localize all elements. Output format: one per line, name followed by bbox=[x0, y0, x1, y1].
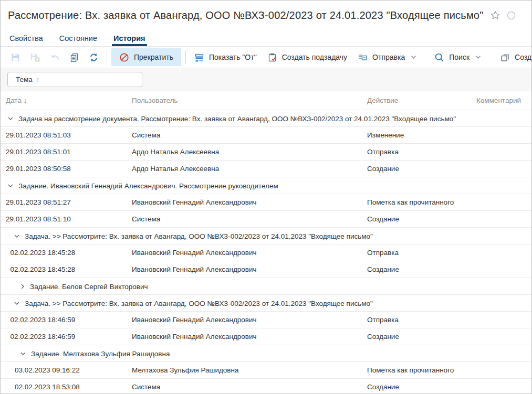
subject-filter-input[interactable]: Тема ↑ bbox=[7, 72, 142, 87]
cell-user: Ардо Наталья Алексеевна bbox=[132, 161, 219, 177]
cell-action: Отправка bbox=[367, 312, 399, 328]
title-icons bbox=[490, 10, 516, 20]
undo-icon bbox=[50, 52, 60, 62]
undo-button[interactable] bbox=[45, 48, 65, 66]
sort-desc-icon: ↓ bbox=[24, 97, 27, 104]
history-rows: Задача на рассмотрение документа. Рассмо… bbox=[1, 110, 531, 393]
title-bar: Рассмотрение: Вх. заявка от Авангард, ОО… bbox=[1, 1, 531, 30]
cell-user: Ивановский Геннадий Александрович bbox=[132, 244, 257, 261]
chevron-right-icon bbox=[20, 284, 25, 289]
favorite-star-icon[interactable] bbox=[490, 10, 500, 20]
cell-user: Система bbox=[132, 211, 160, 227]
save-and-create-button[interactable] bbox=[25, 48, 45, 66]
send-button[interactable]: Отправка bbox=[352, 48, 422, 66]
tab-state[interactable]: Состояние bbox=[59, 30, 97, 46]
create-subtask-button[interactable]: Создать подзадачу bbox=[262, 48, 352, 66]
toolbar-separator bbox=[185, 51, 186, 63]
cell-action: Отправка bbox=[367, 144, 399, 160]
copy-button[interactable] bbox=[65, 48, 84, 66]
save-plus-icon bbox=[30, 52, 40, 62]
tab-history[interactable]: История bbox=[113, 30, 145, 46]
group-label: Задание. Мелтахова Зульфия Рашидовна bbox=[31, 350, 170, 358]
group-label: Задание. Белов Сергей Викторович bbox=[30, 283, 148, 291]
chevron-down-icon bbox=[411, 55, 416, 59]
table-row[interactable]: 29.01.2023 08:51:01Ардо Наталья Алексеев… bbox=[1, 144, 531, 161]
group-label: Задача на рассмотрение документа. Рассмо… bbox=[18, 115, 456, 123]
column-header-user[interactable]: Пользователь bbox=[132, 91, 178, 110]
show-from-button[interactable]: Показать "От" bbox=[189, 48, 262, 66]
cell-date: 02.02.2023 18:46:59 bbox=[11, 312, 76, 328]
history-group-row[interactable]: Задача на рассмотрение документа. Рассмо… bbox=[1, 110, 531, 127]
cell-action: Создание bbox=[367, 379, 399, 393]
chevron-down-icon bbox=[8, 184, 13, 188]
column-header-date[interactable]: Дата ↓ bbox=[6, 91, 27, 110]
cell-date: 29.01.2023 08:51:01 bbox=[6, 144, 71, 160]
tab-bar: Свойства Состояние История bbox=[1, 30, 531, 47]
table-row[interactable]: 02.02.2023 18:46:59Ивановский Геннадий А… bbox=[1, 312, 531, 328]
table-row[interactable]: 02.02.2023 18:45:28Ивановский Геннадий А… bbox=[1, 261, 531, 278]
cell-user: Ивановский Геннадий Александрович bbox=[132, 328, 257, 345]
cell-date: 02.02.2023 18:45:28 bbox=[11, 244, 76, 261]
toolbar-separator bbox=[107, 51, 107, 63]
cell-date: 02.02.2023 18:46:59 bbox=[11, 328, 76, 345]
chevron-down-icon bbox=[14, 234, 19, 238]
column-header-comment[interactable]: Комментарий bbox=[476, 91, 521, 110]
sort-asc-icon: ↑ bbox=[36, 76, 40, 83]
cell-action: Изменение bbox=[367, 127, 404, 143]
create-copy-button[interactable]: Создать копию bbox=[495, 48, 532, 66]
search-button[interactable]: Поиск bbox=[429, 48, 486, 66]
cell-date: 29.01.2023 08:51:27 bbox=[6, 194, 71, 210]
cell-action: Отправка bbox=[367, 244, 399, 261]
cell-action: Создание bbox=[367, 211, 399, 227]
chevron-down-icon bbox=[8, 116, 13, 121]
group-label: Задача. >> Рассмотрите: Вх. заявка от Ав… bbox=[25, 300, 373, 307]
cell-action: Создание bbox=[367, 161, 399, 177]
filter-band: Тема ↑ bbox=[1, 68, 531, 91]
cell-user: Система bbox=[132, 127, 160, 143]
cell-date: 29.01.2023 08:51:03 bbox=[6, 127, 71, 143]
cell-date: 02.02.2023 18:45:28 bbox=[11, 261, 76, 278]
history-group-row[interactable]: Задача. >> Рассмотрите: Вх. заявка от Ав… bbox=[1, 228, 531, 244]
cell-date: 03.02.2023 09:16:22 bbox=[15, 362, 80, 378]
table-row[interactable]: 29.01.2023 08:51:27Ивановский Геннадий А… bbox=[1, 194, 531, 211]
table-row[interactable]: 02.02.2023 18:46:59Ивановский Геннадий А… bbox=[1, 328, 531, 345]
search-icon bbox=[434, 52, 444, 62]
table-row[interactable]: 29.01.2023 08:51:10СистемаСоздание bbox=[1, 211, 531, 228]
table-row[interactable]: 02.02.2023 18:45:28Ивановский Геннадий А… bbox=[1, 244, 531, 261]
tab-properties[interactable]: Свойства bbox=[9, 30, 43, 46]
cell-user: Ивановский Геннадий Александрович bbox=[132, 194, 257, 210]
refresh-icon bbox=[89, 52, 99, 62]
stop-icon bbox=[119, 52, 129, 62]
chevron-down-icon bbox=[14, 301, 19, 305]
table-row[interactable]: 29.01.2023 08:51:03СистемаИзменение bbox=[1, 127, 531, 144]
stop-task-button[interactable]: Прекратить bbox=[111, 48, 181, 66]
history-group-row[interactable]: Задача. >> Рассмотрите: Вх. заявка от Ав… bbox=[1, 295, 531, 312]
history-group-row[interactable]: Задание. Белов Сергей Викторович bbox=[1, 278, 531, 295]
cell-action: Пометка как прочитанного bbox=[367, 362, 454, 378]
table-row[interactable]: 02.02.2023 18:53:08СистемаСоздание bbox=[1, 379, 531, 393]
create-subtask-icon bbox=[267, 52, 277, 62]
save-icon bbox=[11, 52, 20, 62]
cell-user: Ардо Наталья Алексеевна bbox=[132, 144, 219, 160]
group-label: Задача. >> Рассмотрите: Вх. заявка от Ав… bbox=[25, 232, 373, 240]
cell-action: Создание bbox=[367, 328, 399, 345]
cell-action: Пометка как прочитанного bbox=[367, 194, 454, 210]
save-button[interactable] bbox=[6, 48, 25, 66]
refresh-button[interactable] bbox=[84, 48, 103, 66]
chevron-down-icon bbox=[20, 352, 26, 356]
copy-icon bbox=[69, 52, 79, 62]
filter-field-label: Тема bbox=[16, 76, 33, 83]
history-group-row[interactable]: Задание. Мелтахова Зульфия Рашидовна bbox=[1, 345, 531, 362]
group-label: Задание. Ивановский Геннадий Александров… bbox=[18, 182, 278, 190]
cell-date: 02.02.2023 18:53:08 bbox=[15, 379, 80, 393]
cell-user: Ивановский Геннадий Александрович bbox=[132, 261, 257, 278]
history-group-row[interactable]: Задание. Ивановский Геннадий Александров… bbox=[1, 177, 531, 194]
table-row[interactable]: 03.02.2023 09:16:22Мелтахова Зульфия Раш… bbox=[1, 362, 531, 379]
cell-user: Ивановский Геннадий Александрович bbox=[132, 312, 257, 328]
create-copy-icon bbox=[500, 52, 510, 62]
chevron-down-icon bbox=[475, 55, 481, 59]
column-header-action[interactable]: Действие bbox=[367, 91, 398, 110]
table-row[interactable]: 29.01.2023 08:50:58Ардо Наталья Алексеев… bbox=[1, 161, 531, 177]
status-circle-icon[interactable] bbox=[507, 11, 516, 20]
cell-date: 29.01.2023 08:51:10 bbox=[6, 211, 71, 227]
